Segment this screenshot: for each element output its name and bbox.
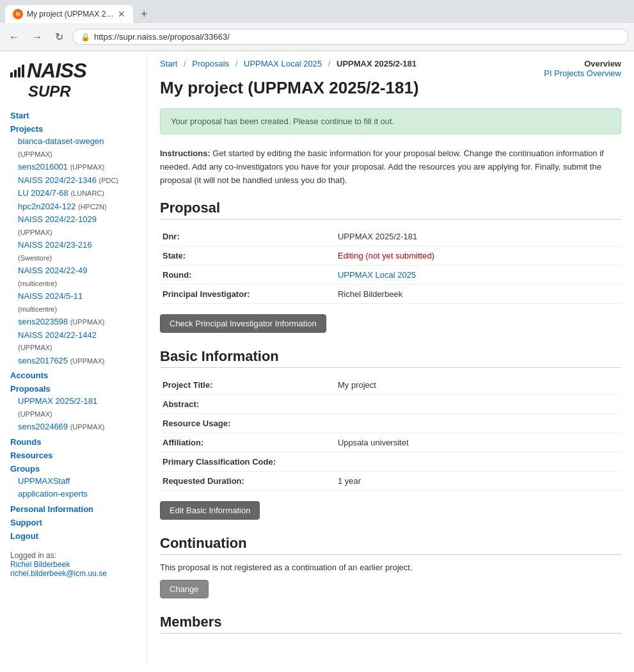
sidebar-item-naiss-2024-22-1442[interactable]: NAISS 2024/22-1442(UPPMAX) <box>10 329 136 354</box>
field-value-round: UPPMAX Local 2025 <box>335 266 621 285</box>
instructions: Instructions: Get started by editing the… <box>160 147 621 187</box>
continuation-section-content: This proposal is not registered as a con… <box>160 563 621 598</box>
sidebar-support[interactable]: Support <box>10 518 136 527</box>
sidebar-start[interactable]: Start <box>10 111 136 120</box>
logo-bars <box>10 65 24 77</box>
logo-sub: SUPR <box>28 83 71 100</box>
sidebar-item-uppmax-2025-2-181[interactable]: UPPMAX 2025/2-181(UPPMAX) <box>10 395 136 420</box>
url-bar[interactable]: 🔒 https://supr.naiss.se/proposal/33663/ <box>72 29 629 45</box>
basic-info-table: Project Title: My project Abstract: Reso… <box>160 376 621 491</box>
sidebar-logout[interactable]: Logout <box>10 531 136 541</box>
sidebar-item-naiss-2024-5-11[interactable]: NAISS 2024/5-11(multicentre) <box>10 290 136 315</box>
browser-chrome: N My project (UPPMAX 20... ✕ + ← → ↻ 🔒 h… <box>0 0 634 51</box>
sidebar-item-bianca[interactable]: bianca-dataset-swegen(UPPMAX) <box>10 135 136 160</box>
field-value-dnr: UPPMAX 2025/2-181 <box>335 227 621 246</box>
field-label-resource-usage: Resource Usage: <box>160 414 335 433</box>
sidebar-item-sens2023598[interactable]: sens2023598 (UPPMAX) <box>10 316 136 328</box>
page: NAISS SUPR Start Projects bianca-dataset… <box>0 51 634 666</box>
field-label-project-title: Project Title: <box>160 376 335 395</box>
pi-projects-overview-link[interactable]: PI Projects Overview <box>544 68 621 78</box>
table-row: Requested Duration: 1 year <box>160 472 621 491</box>
sidebar-item-lu-2024-7-68[interactable]: LU 2024/7-68 (LUNARC) <box>10 187 136 200</box>
instructions-prefix: Instructions: <box>160 148 210 158</box>
sidebar-item-application-experts[interactable]: application-experts <box>10 488 136 500</box>
logo: NAISS SUPR <box>10 59 136 100</box>
table-row: Primary Classification Code: <box>160 452 621 472</box>
field-label-abstract: Abstract: <box>160 395 335 414</box>
field-label-classification: Primary Classification Code: <box>160 452 335 472</box>
edit-basic-info-button[interactable]: Edit Basic Information <box>160 501 260 520</box>
secure-icon: 🔒 <box>81 33 90 42</box>
proposal-section-content: Dnr: UPPMAX 2025/2-181 State: Editing (n… <box>160 227 621 333</box>
forward-button[interactable]: → <box>28 29 46 45</box>
sidebar-rounds[interactable]: Rounds <box>10 437 136 447</box>
sidebar-item-naiss-2024-22-1346[interactable]: NAISS 2024/22-1346 (PDC) <box>10 174 136 187</box>
change-button[interactable]: Change <box>160 580 209 598</box>
sidebar-item-sens2024669[interactable]: sens2024669 (UPPMAX) <box>10 420 136 433</box>
field-label-dnr: Dnr: <box>160 227 335 246</box>
breadcrumb-uppmax-local[interactable]: UPPMAX Local 2025 <box>244 59 322 68</box>
alert-message: Your proposal has been created. Please c… <box>171 116 394 126</box>
tab-bar: N My project (UPPMAX 20... ✕ + <box>0 0 634 23</box>
logged-in-label: Logged in as: <box>10 551 56 560</box>
logged-in-username[interactable]: Richel Bilderbeek <box>10 560 70 569</box>
field-value-project-title: My project <box>335 376 621 395</box>
overview-title: Overview <box>544 59 621 68</box>
sidebar-item-naiss-2024-22-1029[interactable]: NAISS 2024/22-1029(UPPMAX) <box>10 213 136 238</box>
continuation-text: This proposal is not registered as a con… <box>160 563 621 572</box>
overview-box: Overview PI Projects Overview <box>544 51 621 78</box>
instructions-text: Get started by editing the basic informa… <box>160 148 604 185</box>
breadcrumb-start[interactable]: Start <box>160 59 177 68</box>
sidebar-groups-heading[interactable]: Groups <box>10 464 136 474</box>
sidebar-personal-information[interactable]: Personal Information <box>10 504 136 514</box>
sidebar-item-hpc2n2024-122[interactable]: hpc2n2024-122 (HPC2N) <box>10 200 136 213</box>
logged-in-email[interactable]: richel.bilderbeek@icm.uu.se <box>10 569 107 578</box>
continuation-section-heading: Continuation <box>160 535 621 555</box>
basic-info-section-heading: Basic Information <box>160 348 621 368</box>
sidebar-proposals-heading[interactable]: Proposals <box>10 384 136 394</box>
field-value-duration: 1 year <box>335 472 621 491</box>
sidebar-projects-heading[interactable]: Projects <box>10 124 136 134</box>
round-link[interactable]: UPPMAX Local 2025 <box>338 270 416 280</box>
breadcrumb: Start / Proposals / UPPMAX Local 2025 / … <box>160 51 416 74</box>
tab-favicon: N <box>13 9 23 19</box>
field-label-state: State: <box>160 246 335 266</box>
breadcrumb-current: UPPMAX 2025/2-181 <box>337 59 416 68</box>
back-button[interactable]: ← <box>5 29 23 45</box>
url-text: https://supr.naiss.se/proposal/33663/ <box>94 32 621 42</box>
field-value-pi: Richel Bilderbeek <box>335 285 621 304</box>
tab-close-button[interactable]: ✕ <box>118 9 125 19</box>
state-value: Editing (not yet submitted) <box>338 251 434 260</box>
check-pi-button[interactable]: Check Principal Investigator Information <box>160 314 326 333</box>
proposal-table: Dnr: UPPMAX 2025/2-181 State: Editing (n… <box>160 227 621 304</box>
basic-info-section-content: Project Title: My project Abstract: Reso… <box>160 376 621 520</box>
members-section-heading: Members <box>160 614 621 634</box>
new-tab-button[interactable]: + <box>136 8 153 21</box>
sidebar-accounts[interactable]: Accounts <box>10 371 136 380</box>
field-value-state: Editing (not yet submitted) <box>335 246 621 266</box>
table-row: Resource Usage: <box>160 414 621 433</box>
breadcrumb-proposals[interactable]: Proposals <box>192 59 229 68</box>
sidebar-item-sens2017625[interactable]: sens2017625 (UPPMAX) <box>10 355 136 367</box>
sidebar-item-naiss-2024-22-49[interactable]: NAISS 2024/22-49(multicentre) <box>10 264 136 289</box>
sidebar-resources[interactable]: Resources <box>10 451 136 460</box>
field-label-pi: Principal Investigator: <box>160 285 335 304</box>
table-row: Dnr: UPPMAX 2025/2-181 <box>160 227 621 246</box>
field-value-classification <box>335 452 621 472</box>
field-label-duration: Requested Duration: <box>160 472 335 491</box>
field-label-round: Round: <box>160 266 335 285</box>
logged-in-info: Logged in as: Richel Bilderbeek richel.b… <box>10 551 136 578</box>
tab-label: My project (UPPMAX 20... <box>27 10 114 19</box>
logo-text: NAISS <box>27 59 86 83</box>
field-value-resource-usage <box>335 414 621 433</box>
sidebar: NAISS SUPR Start Projects bianca-dataset… <box>0 51 147 666</box>
sidebar-item-sens2016001[interactable]: sens2016001 (UPPMAX) <box>10 161 136 173</box>
sidebar-item-uppmaxstaff[interactable]: UPPMAXStaff <box>10 475 136 488</box>
nav-bar: ← → ↻ 🔒 https://supr.naiss.se/proposal/3… <box>0 23 634 51</box>
table-row: Abstract: <box>160 395 621 414</box>
reload-button[interactable]: ↻ <box>51 28 67 45</box>
active-tab[interactable]: N My project (UPPMAX 20... ✕ <box>5 5 133 23</box>
sidebar-item-naiss-2024-23-216[interactable]: NAISS 2024/23-216(Swestore) <box>10 239 136 264</box>
alert-success: Your proposal has been created. Please c… <box>160 108 621 134</box>
field-value-abstract <box>335 395 621 414</box>
